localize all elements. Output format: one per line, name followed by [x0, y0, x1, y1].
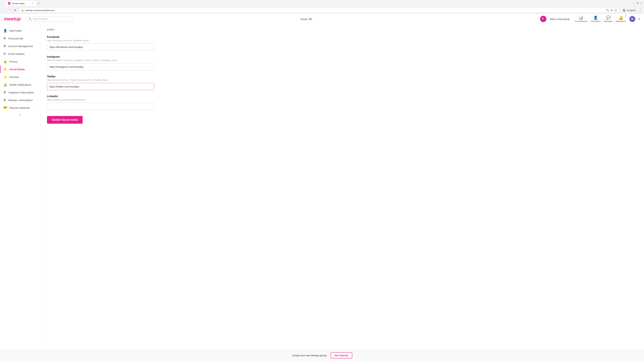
- window-restore-btn[interactable]: ❐: [636, 2, 639, 5]
- sidebar-label-account-management: Account Management: [8, 45, 33, 48]
- facebook-input[interactable]: [47, 43, 154, 51]
- linkedin-label: Linkedin: [47, 95, 637, 98]
- account-management-icon: ⚙: [3, 44, 6, 48]
- address-bar-icons: 🔍 ★ ⬜: [606, 9, 617, 12]
- address-bar[interactable]: 🔒 meetup.com/account/services/ 🔍 ★ ⬜: [18, 8, 620, 13]
- sidebar-label-edit-profile: Edit Profile: [10, 29, 22, 32]
- instagram-form-group: Instagram https://instagram.com/your_ins…: [47, 55, 637, 70]
- window-close-btn[interactable]: ×: [641, 2, 642, 5]
- connections-label: Connections: [590, 20, 601, 22]
- address-icon: 🔒: [21, 9, 24, 11]
- messages-icon: 💬: [606, 15, 611, 20]
- twitter-hint: https://twitter.com/Your_Twitter_Name or…: [47, 79, 637, 81]
- linkedin-input[interactable]: [47, 103, 154, 110]
- notifications-icon: 🔔: [619, 15, 623, 20]
- nav-pro-dashboard[interactable]: 📊 Pro Dashboard: [575, 15, 587, 22]
- start-group-btn[interactable]: Start a new group: [550, 17, 570, 20]
- linkedin-form-group: Linkedin https://linkedin.com/in/yourlin…: [47, 95, 637, 110]
- search-magnifier-icon: 🔍: [29, 17, 32, 20]
- incognito-icon: 🕵️: [623, 9, 626, 11]
- facebook-hint: https://facebook.com/your_facebook_name: [47, 39, 637, 42]
- edit-profile-icon: 👤: [3, 29, 7, 32]
- back-btn[interactable]: ←: [2, 8, 6, 12]
- sidebar-item-edit-profile[interactable]: 👤 Edit Profile: [0, 27, 40, 34]
- user-avatar[interactable]: M: [629, 16, 635, 22]
- window-minimize-btn[interactable]: −: [633, 2, 634, 5]
- tab-chevron[interactable]: ‹: [2, 1, 4, 5]
- sidebar-item-account-management[interactable]: ⚙ Account Management: [0, 42, 40, 50]
- incognito-badge: 🕵️ Incognito: [621, 8, 637, 12]
- search-placeholder-text: Search events: [33, 17, 48, 20]
- incognito-label: Incognito: [627, 9, 636, 11]
- instagram-input[interactable]: [47, 63, 154, 70]
- bookmark-icon[interactable]: ★: [610, 9, 613, 12]
- footer-get-started-btn[interactable]: Get Started: [330, 352, 352, 359]
- personal-info-icon: ⚙: [3, 36, 6, 40]
- navbar: meetup 🔍 Search events Dover, DE 🔍 Start…: [0, 14, 644, 24]
- tab-favicon: m: [8, 2, 10, 5]
- avatar-dropdown-icon[interactable]: ▾: [639, 17, 640, 21]
- sidebar-label-personal-info: Personal Info: [8, 37, 23, 40]
- section-intro-text: profiles.: [47, 28, 637, 31]
- meetup-plus-icon: ⚙: [3, 98, 6, 102]
- browser-tab[interactable]: m Social media ×: [6, 1, 36, 6]
- pro-dashboard-icon: 📊: [578, 15, 583, 20]
- payment-methods-icon: 💳: [3, 106, 7, 110]
- search-bar[interactable]: 🔍 Search events: [26, 16, 73, 22]
- connections-icon: 👤: [593, 15, 598, 20]
- sidebar-item-mobile-notifications[interactable]: 🔔 Mobile Notifications: [0, 81, 40, 88]
- sidebar-item-social-media[interactable]: ⭐ Social Media: [0, 65, 40, 73]
- twitter-form-group: Twitter https://twitter.com/Your_Twitter…: [47, 75, 637, 90]
- nav-notifications[interactable]: 🔔 Notifications: [616, 15, 626, 22]
- refresh-btn[interactable]: ↻: [14, 8, 17, 12]
- footer-banner: Create your own Meetup group. Get Starte…: [0, 350, 644, 361]
- sidebar-label-organizer-subscription: Organizer Subscription: [8, 91, 34, 94]
- sidebar-item-personal-info[interactable]: ⚙ Personal Info: [0, 34, 40, 42]
- instagram-label: Instagram: [47, 55, 637, 58]
- sidebar-item-interests[interactable]: ⭐ Interests: [0, 73, 40, 81]
- browser-titlebar: ‹ m Social media × + − ❐ ×: [0, 0, 644, 7]
- mobile-notifications-icon: 🔔: [3, 83, 7, 86]
- browser-menu-btn[interactable]: ⋮: [639, 8, 642, 12]
- browser-chrome: ‹ m Social media × + − ❐ × ← → ↻ 🔒 meetu…: [0, 0, 644, 14]
- sidebar-item-organizer-subscription[interactable]: ⚙ Organizer Subscription: [0, 88, 40, 96]
- sidebar-item-email-updates[interactable]: ✉ Email Updates: [0, 50, 40, 58]
- sidebar-label-meetup-plus: Meetup+ Subscription: [8, 99, 33, 102]
- avatar-text: M: [631, 17, 633, 20]
- extensions-icon[interactable]: ⬜: [614, 9, 617, 12]
- organizer-subscription-icon: ⚙: [3, 90, 6, 94]
- search-submit-btn[interactable]: 🔍: [540, 16, 546, 22]
- url-display: meetup.com/account/services/: [25, 9, 604, 11]
- instagram-hint: https://instagram.com/your_instagram_nam…: [47, 59, 637, 61]
- messages-label: Messages: [604, 20, 612, 22]
- update-social-media-btn[interactable]: Update Social media: [47, 116, 83, 124]
- meetup-logo[interactable]: meetup: [4, 16, 21, 22]
- sidebar: 👤 Edit Profile ⚙ Personal Info ⚙ Account…: [0, 24, 40, 350]
- app-wrapper: meetup 🔍 Search events Dover, DE 🔍 Start…: [0, 14, 644, 361]
- sidebar-item-meetup-plus[interactable]: ⚙ Meetup+ Subscription: [0, 96, 40, 104]
- facebook-form-group: Facebook https://facebook.com/your_faceb…: [47, 35, 637, 51]
- new-tab-btn[interactable]: +: [38, 2, 40, 5]
- sidebar-label-email-updates: Email Updates: [8, 52, 25, 55]
- nav-messages[interactable]: 💬 Messages: [604, 15, 612, 22]
- search-icon[interactable]: 🔍: [606, 9, 609, 12]
- tab-title: Social media: [12, 2, 24, 5]
- sidebar-item-payment-methods[interactable]: 💳 Payment Methods: [0, 104, 40, 112]
- twitter-input[interactable]: [47, 83, 154, 90]
- tab-close-btn[interactable]: ×: [32, 2, 33, 5]
- notification-dot: [625, 15, 626, 17]
- sidebar-label-social-media: Social Media: [10, 68, 25, 71]
- nav-connections[interactable]: 👤 Connections: [590, 15, 601, 22]
- sidebar-item-privacy[interactable]: 🔒 Privacy: [0, 58, 40, 65]
- footer-text: Create your own Meetup group.: [292, 354, 327, 357]
- social-media-icon: ⭐: [3, 67, 7, 71]
- email-updates-icon: ✉: [3, 52, 6, 56]
- browser-addressbar: ← → ↻ 🔒 meetup.com/account/services/ 🔍 ★…: [0, 7, 644, 14]
- forward-btn[interactable]: →: [8, 8, 12, 12]
- window-controls: − ❐ ×: [633, 2, 642, 5]
- pro-dashboard-label: Pro Dashboard: [575, 20, 587, 22]
- linkedin-hint: https://linkedin.com/in/yourlinkedinname: [47, 98, 637, 101]
- privacy-icon: 🔒: [3, 60, 7, 63]
- main-content: 👤 Edit Profile ⚙ Personal Info ⚙ Account…: [0, 24, 644, 350]
- search-btn-icon: 🔍: [542, 17, 545, 21]
